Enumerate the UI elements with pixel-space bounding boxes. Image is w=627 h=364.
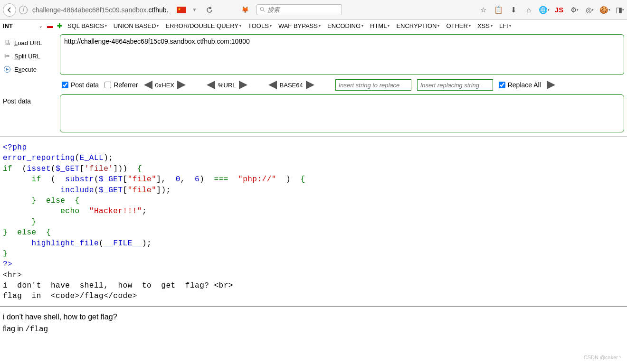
hex-button[interactable]: 0xHEX — [144, 81, 186, 89]
rendered-line1: i don't have shell, how to get flag? — [3, 311, 624, 323]
hackbar-options: Post data Referrer 0xHEX %URL BASE64 Rep… — [0, 76, 627, 93]
postdata-row: Post data — [0, 93, 627, 137]
browser-toolbar: i challenge-4864abec68f15c09.sandbox.ctf… — [0, 0, 627, 20]
url-encode-button[interactable]: %URL — [207, 81, 247, 89]
clipboard-icon[interactable]: 📋 — [494, 6, 503, 14]
rendered-output: i don't have shell, how to get flag? fla… — [0, 309, 627, 338]
url-prefix: challenge-4864abec68f15c09.sandbox. — [32, 6, 148, 14]
sidebar-icon[interactable]: ◨▾ — [616, 6, 624, 14]
scissors-icon: ✂ — [3, 52, 11, 60]
menu-waf-bypass[interactable]: WAF BYPASS▾ — [278, 22, 321, 29]
js-icon[interactable]: JS — [555, 6, 563, 14]
gear-icon[interactable]: ⚙▾ — [570, 6, 579, 14]
rendered-line2: flag in /flag — [3, 323, 624, 336]
hackbar-url-input[interactable] — [60, 34, 624, 75]
split-url-button[interactable]: ✂Split URL — [3, 49, 60, 63]
menu-other[interactable]: OTHER▾ — [446, 22, 471, 29]
cookie-icon[interactable]: 🍪▾ — [600, 6, 609, 14]
home-icon[interactable]: ⌂ — [524, 6, 533, 14]
minus-icon[interactable]: ▬ — [47, 22, 53, 29]
globe-icon[interactable]: 🌐▾ — [540, 6, 548, 14]
url-display[interactable]: challenge-4864abec68f15c09.sandbox.ctfhu… — [30, 6, 170, 14]
svg-point-0 — [260, 8, 264, 11]
postdata-label: Post data — [3, 94, 60, 132]
menu-encoding[interactable]: ENCODING▾ — [327, 22, 363, 29]
star-icon[interactable]: ☆ — [479, 6, 487, 14]
fox-icon[interactable]: 🦊 — [240, 5, 250, 15]
load-url-button[interactable]: 🖶Load URL — [3, 36, 60, 49]
search-box[interactable] — [256, 4, 342, 15]
dropdown-icon[interactable]: ▼ — [192, 7, 197, 12]
menu-html[interactable]: HTML▾ — [370, 22, 390, 29]
base64-button[interactable]: BASE64 — [268, 81, 314, 89]
replace-go-button[interactable] — [547, 81, 555, 89]
download-icon[interactable]: ⬇ — [509, 6, 518, 14]
svg-line-1 — [264, 10, 266, 12]
site-info-icon[interactable]: i — [19, 6, 28, 14]
execute-button[interactable]: ▶Execute — [3, 63, 60, 76]
china-flag-icon — [177, 7, 186, 13]
php-source-code: <?php error_reporting(E_ALL); if (isset(… — [0, 137, 627, 305]
menu-encryption[interactable]: ENCRYPTION▾ — [396, 22, 439, 29]
menu-sql-basics[interactable]: SQL BASICS▾ — [67, 22, 107, 29]
target-icon[interactable]: ◎▾ — [585, 6, 594, 14]
int-selector[interactable]: INT⌄ — [3, 22, 45, 29]
menu-lfi[interactable]: LFI▾ — [499, 22, 511, 29]
reload-button[interactable] — [204, 5, 215, 15]
replace-all-checkbox[interactable]: Replace All — [499, 81, 541, 89]
menu-xss[interactable]: XSS▾ — [477, 22, 493, 29]
plus-icon[interactable]: ✚ — [57, 22, 62, 29]
back-button[interactable] — [3, 3, 16, 17]
divider — [0, 307, 627, 307]
menu-tools[interactable]: TOOLS▾ — [248, 22, 272, 29]
printer-icon: 🖶 — [3, 38, 11, 47]
url-domain: ctfhub. — [148, 6, 168, 14]
replace-from-input[interactable] — [335, 79, 411, 91]
postdata-input[interactable] — [60, 94, 624, 132]
replace-to-input[interactable] — [417, 79, 493, 91]
referrer-checkbox[interactable]: Referrer — [104, 81, 138, 89]
search-input[interactable] — [267, 6, 339, 13]
menu-error-double[interactable]: ERROR/DOUBLE QUERY▾ — [165, 22, 241, 29]
hackbar-menu: INT⌄ ▬ ✚ SQL BASICS▾ UNION BASED▾ ERROR/… — [0, 20, 627, 32]
menu-union-based[interactable]: UNION BASED▾ — [114, 22, 159, 29]
hackbar-sidebar: 🖶Load URL ✂Split URL ▶Execute — [3, 34, 60, 76]
browser-icons: ☆ 📋 ⬇ ⌂ 🌐▾ JS ⚙▾ ◎▾ 🍪▾ ◨▾ — [479, 6, 624, 14]
hackbar-body: 🖶Load URL ✂Split URL ▶Execute — [0, 32, 627, 76]
play-icon: ▶ — [3, 65, 11, 74]
postdata-checkbox[interactable]: Post data — [62, 81, 99, 89]
